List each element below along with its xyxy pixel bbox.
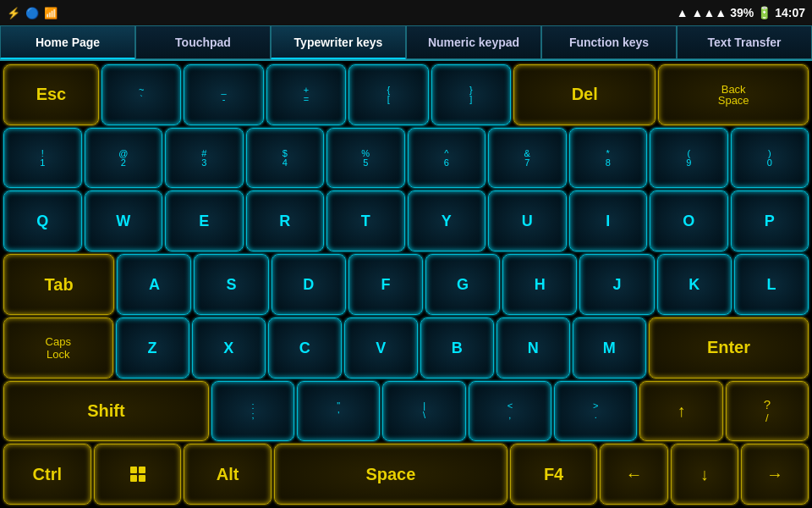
key-del[interactable]: Del [513,64,656,125]
key-enter[interactable]: Enter [649,318,809,378]
wifi-icon: ▲ [677,6,689,19]
key-h[interactable]: H [502,254,577,315]
key-up[interactable]: ↑ [639,381,722,442]
battery-icon: 🔋 [757,6,771,19]
key-i[interactable]: I [569,190,648,251]
key-p[interactable]: P [731,190,809,251]
key-row-4: Tab A S D F G H J K L [3,254,809,315]
key-j[interactable]: J [579,254,654,315]
bluetooth-icon: 🔵 [25,7,39,19]
status-left-icons: ⚡ 🔵 📶 [7,7,58,19]
key-k[interactable]: K [657,254,732,315]
key-t[interactable]: T [326,190,405,251]
key-tab[interactable]: Tab [3,254,114,315]
key-row-2: !1 @2 #3 $4 %5 ^6 &7 *8 (9 )0 [3,128,809,189]
key-esc[interactable]: Esc [3,64,99,125]
key-e[interactable]: E [165,190,244,251]
key-v[interactable]: V [344,318,418,378]
tab-typewriter[interactable]: Typewriter keys [271,25,406,59]
key-7[interactable]: &7 [488,128,567,189]
key-row-1: Esc ~ ` _ - + = { [ [3,64,809,125]
key-y[interactable]: Y [408,190,486,251]
key-a[interactable]: A [117,254,191,315]
key-left[interactable]: ← [600,444,667,505]
key-q[interactable]: Q [3,190,82,251]
key-row-3: Q W E R T Y U I O P [3,190,809,251]
tab-bar: Home Page Touchpad Typewriter keys Numer… [0,25,812,61]
key-m[interactable]: M [573,318,646,378]
key-4[interactable]: $4 [246,128,325,189]
key-b[interactable]: B [420,318,494,378]
signal-bars: ▲▲▲ [692,6,727,19]
usb-icon: ⚡ [7,7,20,19]
key-quote[interactable]: "' [297,381,380,442]
tab-function[interactable]: Function keys [541,25,677,59]
key-win[interactable] [94,444,182,505]
tab-touchpad[interactable]: Touchpad [135,25,271,59]
tab-numeric[interactable]: Numeric keypad [406,25,541,59]
status-right: ▲ ▲▲▲ 39% 🔋 14:07 [677,6,805,19]
keyboard: Esc ~ ` _ - + = { [ [0,61,812,508]
key-x[interactable]: X [192,318,266,378]
key-5[interactable]: %5 [326,128,405,189]
key-colon[interactable]: :; [211,381,294,442]
key-9[interactable]: (9 [650,128,728,189]
tab-home[interactable]: Home Page [0,25,135,59]
key-gt[interactable]: >. [554,381,637,442]
key-backspace[interactable]: Back Space [658,64,809,125]
key-g[interactable]: G [425,254,500,315]
key-lt[interactable]: <, [469,381,551,442]
key-caps-lock[interactable]: Caps Lock [3,318,113,378]
key-question[interactable]: ?/ [726,381,809,442]
key-ctrl[interactable]: Ctrl [3,444,91,505]
key-tilde[interactable]: ~ ` [102,64,181,125]
key-o[interactable]: O [650,190,728,251]
key-pipe[interactable]: |\ [382,381,465,442]
key-alt[interactable]: Alt [184,444,272,505]
key-row-7: Ctrl Alt Space F4 ← ↓ → [3,444,809,505]
key-s[interactable]: S [194,254,268,315]
key-2[interactable]: @2 [85,128,163,189]
key-right[interactable]: → [741,444,809,505]
key-0[interactable]: )0 [731,128,809,189]
key-plus[interactable]: + = [266,64,346,125]
key-6[interactable]: ^6 [408,128,486,189]
key-c[interactable]: C [268,318,342,378]
key-f4[interactable]: F4 [510,444,598,505]
key-shift[interactable]: Shift [3,381,209,442]
key-z[interactable]: Z [116,318,189,378]
key-8[interactable]: *8 [569,128,648,189]
key-rbrace[interactable]: } ] [431,64,511,125]
signal-icon: 📶 [44,7,58,19]
key-l[interactable]: L [734,254,809,315]
status-bar: ⚡ 🔵 📶 ▲ ▲▲▲ 39% 🔋 14:07 [0,0,812,25]
key-3[interactable]: #3 [165,128,244,189]
key-f[interactable]: F [348,254,423,315]
key-r[interactable]: R [246,190,325,251]
key-1[interactable]: !1 [3,128,82,189]
key-u[interactable]: U [488,190,567,251]
key-w[interactable]: W [85,190,163,251]
key-down[interactable]: ↓ [671,444,738,505]
windows-icon [130,467,145,482]
key-minus[interactable]: _ - [184,64,263,125]
tab-transfer[interactable]: Text Transfer [677,25,812,59]
key-space[interactable]: Space [274,444,508,505]
key-row-5: Caps Lock Z X C V B N M Enter [3,318,809,378]
battery-percent: 39% [730,6,754,19]
key-n[interactable]: N [497,318,570,378]
key-row-6: Shift :; "' |\ <, >. ↑ ?/ [3,381,809,442]
time-display: 14:07 [775,6,805,19]
key-lbrace[interactable]: { [ [348,64,428,125]
key-d[interactable]: D [272,254,346,315]
